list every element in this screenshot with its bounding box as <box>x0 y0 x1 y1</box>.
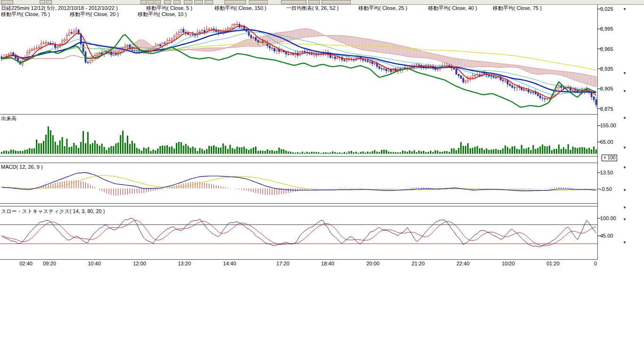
toolbar-button[interactable] <box>205 0 213 4</box>
time-axis-label: 01:20 <box>546 261 560 266</box>
time-axis-label: 20:00 <box>366 261 380 266</box>
volume-multiplier-label: × 100 <box>602 155 617 161</box>
axis-scale-arrow-button[interactable]: ▼ <box>621 188 628 193</box>
toolbar-button[interactable] <box>40 0 45 4</box>
legend-item: 移動平均( Close, 40 ) <box>428 5 477 11</box>
legend-item: 移動平均( Close, 75 ) <box>493 5 542 11</box>
price-axis-label: 8,935 <box>600 66 613 72</box>
toolbar-button[interactable] <box>46 0 52 4</box>
legend-item: 移動平均( Close, 5 ) <box>146 5 192 11</box>
toolbar-button[interactable] <box>155 0 161 4</box>
stoch-axis-label: 45.00 <box>600 233 613 239</box>
chart-canvas[interactable] <box>0 0 644 270</box>
axis-scale-arrow-button[interactable]: ▼ <box>621 115 628 121</box>
volume-axis-label: 65.00 <box>600 139 613 145</box>
chart-app-window: 日経225mini 12/12( 5分, 2012/10/18 - 2012/1… <box>0 0 644 362</box>
price-axis-label: 9,025 <box>600 6 613 12</box>
time-axis-label: 18:40 <box>321 261 334 266</box>
legend-item: 一目均衡表( 9, 26, 52 ) <box>286 5 339 11</box>
instrument-title: 日経225mini 12/12( 5分, 2012/10/18 - 2012/1… <box>1 5 118 11</box>
price-axis-label: 8,905 <box>600 86 613 91</box>
macd-axis-label: 13.50 <box>600 170 613 175</box>
axis-scale-arrow-button[interactable]: ▼ <box>621 240 628 245</box>
toolbar-button[interactable] <box>173 0 181 4</box>
time-axis-label: 14:40 <box>223 261 236 266</box>
toolbar-button[interactable] <box>322 0 351 4</box>
axis-scale-arrow-button[interactable]: ▼ <box>621 205 628 210</box>
axis-scale-arrow-button[interactable]: ▼ <box>621 89 628 94</box>
toolbar-button[interactable] <box>140 0 147 4</box>
toolbar-button[interactable] <box>224 0 246 4</box>
time-axis-label: 02:40 <box>19 261 33 266</box>
toolbar-button[interactable] <box>1 0 13 4</box>
volume-panel-label: 出来高 <box>1 115 17 121</box>
toolbar-button[interactable] <box>148 0 154 4</box>
legend-item: 移動平均( Close, 20 ) <box>70 11 119 17</box>
top-toolbar-cropped <box>0 0 644 5</box>
time-axis-label: 10:40 <box>88 261 101 266</box>
price-axis-label: 8,995 <box>600 26 613 32</box>
toolbar-button[interactable] <box>308 0 320 4</box>
axis-scale-arrow-button[interactable]: ▼ <box>621 71 628 76</box>
toolbar-button[interactable] <box>164 0 171 4</box>
legend-item: 移動平均( Close, 10 ) <box>138 11 187 17</box>
toolbar-button[interactable] <box>249 0 268 4</box>
macd-axis-label: -0.50 <box>600 186 612 192</box>
time-axis-label: 17:20 <box>276 261 289 266</box>
price-axis-label: 8,965 <box>600 46 613 52</box>
volume-axis-label: 155.00 <box>600 123 616 128</box>
legend-item: 移動平均( Close, 75 ) <box>1 11 50 17</box>
legend-item: 移動平均( Close, 150 ) <box>215 5 266 11</box>
legend-item: 移動平均( Close, 25 ) <box>358 5 407 11</box>
time-axis-label: 13:20 <box>178 261 191 266</box>
time-axis-label: 21:20 <box>412 261 425 266</box>
time-axis-label: 10/20 <box>502 261 515 266</box>
stoch-axis-label: 100.00 <box>600 215 616 221</box>
time-axis-label: 09:20 <box>43 261 56 266</box>
price-axis-label: 8,875 <box>600 106 613 112</box>
stoch-panel-label: スロー・ストキャスティクス( 14, 3, 80, 20 ) <box>1 208 105 214</box>
time-axis-label: 0 <box>594 261 597 266</box>
toolbar-button[interactable] <box>184 0 192 4</box>
toolbar-button[interactable] <box>194 0 203 4</box>
time-axis-label: 12:00 <box>133 261 146 266</box>
axis-scale-arrow-button[interactable]: ▼ <box>621 145 628 150</box>
time-axis-label: 22:40 <box>456 261 470 266</box>
axis-scale-arrow-button[interactable]: ▼ <box>621 217 628 222</box>
axis-scale-arrow-button[interactable]: ▼ <box>621 165 628 170</box>
macd-panel-label: MACD( 12, 26, 9 ) <box>1 164 43 170</box>
toolbar-button[interactable] <box>281 0 306 4</box>
axis-scale-arrow-button[interactable]: ▼ <box>621 7 628 12</box>
